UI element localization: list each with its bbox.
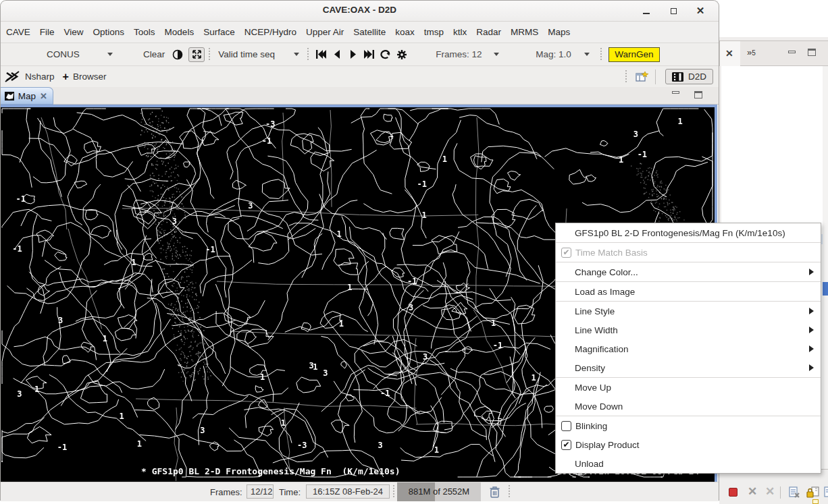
menubar: CAVE File View Options Tools Models Surf… [1, 22, 719, 43]
product-context-menu: GFS1p0 BL 2-D Frontogenesis/Mag Fn (K/m/… [555, 223, 821, 474]
scrollbar[interactable] [823, 66, 828, 478]
maximize-view-icon[interactable] [694, 91, 702, 99]
menu-tools[interactable]: Tools [129, 23, 160, 41]
clear-console-icon[interactable] [788, 486, 800, 499]
submenu-arrow-icon [809, 269, 814, 275]
menu-options[interactable]: Options [88, 23, 130, 41]
menu-item-density[interactable]: Density [556, 358, 821, 377]
menu-item-magnification[interactable]: Magnification [556, 339, 821, 358]
memory-gauge: 881M of 2552M [397, 482, 481, 501]
menu-item-blinking[interactable]: Blinking [556, 416, 821, 435]
minimize-view-icon[interactable] [788, 51, 796, 53]
menu-item-product-title[interactable]: GFS1p0 BL 2-D Frontogenesis/Mag Fn (K/m/… [556, 223, 821, 242]
scale-dropdown[interactable]: CONUS [43, 47, 117, 61]
menu-item-time-match-basis: ✔ Time Match Basis [556, 243, 821, 262]
frames-count-dropdown[interactable]: Frames: 12 [432, 47, 503, 61]
statusbar: Frames: 12/12 Time: 16:15Z 08-Feb-24 881… [1, 482, 719, 501]
remove-all-launches-icon[interactable]: ✕ [765, 484, 775, 499]
menu-maps[interactable]: Maps [543, 23, 575, 41]
minimize-view-icon[interactable] [672, 91, 679, 94]
separator [780, 486, 781, 499]
contrast-icon[interactable] [170, 47, 186, 62]
chevron-down-icon [107, 53, 113, 56]
view-tab-row: Map ✕ [1, 87, 719, 105]
nsharp-button[interactable]: Nsharp [25, 72, 55, 82]
clear-button[interactable]: Clear [138, 47, 170, 61]
menu-ncep-hydro[interactable]: NCEP/Hydro [240, 23, 301, 41]
checkbox-checked-icon[interactable]: ✔ [561, 440, 571, 450]
warngen-button[interactable]: WarnGen [609, 47, 659, 62]
tab-close-icon[interactable]: ✕ [40, 91, 47, 101]
d2d-perspective-button[interactable]: D2D [665, 69, 713, 84]
fullscreen-arrows-icon[interactable] [188, 47, 205, 62]
first-frame-icon[interactable] [313, 47, 329, 62]
menu-item-load-as-image[interactable]: Load as Image [556, 282, 821, 301]
maximize-view-icon[interactable] [808, 49, 816, 56]
tab-overflow-chevron-icon[interactable]: »5 [747, 47, 756, 57]
plus-icon[interactable]: + [55, 71, 73, 83]
submenu-arrow-icon [809, 308, 814, 314]
menu-view[interactable]: View [59, 23, 88, 41]
loop-refresh-icon[interactable] [378, 47, 394, 62]
chevron-down-icon [494, 53, 499, 56]
time-options-gear-icon[interactable] [394, 47, 410, 62]
main-toolbar: CONUS Clear Valid time seq [1, 43, 719, 65]
menu-surface[interactable]: Surface [199, 23, 240, 41]
submenu-arrow-icon [809, 327, 814, 333]
menu-upper-air[interactable]: Upper Air [301, 23, 348, 41]
scroll-lock-icon[interactable] [806, 486, 819, 499]
menu-ktlx[interactable]: ktlx [448, 23, 471, 41]
step-back-icon[interactable] [329, 47, 345, 62]
scrollbar-thumb[interactable] [823, 282, 828, 296]
filmstrip-icon [672, 72, 683, 82]
map-icon [5, 92, 14, 101]
menu-item-change-color[interactable]: Change Color... [556, 262, 821, 281]
menu-file[interactable]: File [35, 23, 59, 41]
checkbox-unchecked-icon[interactable] [561, 421, 571, 431]
menu-satellite[interactable]: Satellite [348, 23, 390, 41]
menu-koax[interactable]: koax [390, 23, 419, 41]
status-chip [812, 499, 819, 504]
window-maximize-icon[interactable] [666, 4, 681, 18]
menu-item-line-style[interactable]: Line Style [556, 302, 821, 320]
chevron-down-icon [584, 53, 590, 56]
chevron-down-icon [294, 53, 299, 56]
tab-map[interactable]: Map ✕ [1, 87, 53, 105]
nsharp-icon[interactable] [5, 70, 20, 83]
window-close-icon[interactable]: ✕ [693, 4, 708, 18]
step-forward-icon[interactable] [345, 47, 361, 62]
menu-item-display-product[interactable]: ✔ Display Product [556, 435, 821, 454]
checkbox-checked-icon: ✔ [561, 248, 571, 258]
menu-item-move-up[interactable]: Move Up [556, 378, 821, 397]
menu-models[interactable]: Models [160, 23, 199, 41]
remove-launch-icon[interactable]: ✕ [748, 484, 757, 499]
close-icon[interactable]: ✕ [725, 48, 733, 59]
window-minimize-icon[interactable] [639, 4, 654, 18]
menu-item-unload[interactable]: Unload [556, 454, 821, 473]
last-frame-icon[interactable] [361, 47, 378, 62]
open-perspective-icon[interactable] [635, 71, 648, 83]
frames-status-label: Frames: [210, 487, 242, 497]
menu-mrms[interactable]: MRMS [506, 23, 543, 41]
terminate-icon[interactable] [729, 488, 738, 497]
submenu-arrow-icon [809, 345, 814, 352]
frames-status-value: 12/12 [247, 484, 274, 499]
trash-icon[interactable] [489, 485, 500, 499]
time-mode-dropdown[interactable]: Valid time seq [214, 47, 303, 61]
background-tabstrip: ✕ »5 [719, 40, 828, 66]
time-status-value: 16:15Z 08-Feb-24 [306, 484, 390, 499]
browser-button[interactable]: Browser [73, 72, 107, 82]
pin-console-icon[interactable] [824, 486, 828, 499]
menu-cave[interactable]: CAVE [1, 23, 35, 41]
console-toolbar: ✕ ✕ [719, 482, 828, 504]
time-status-label: Time: [279, 487, 301, 497]
menu-item-line-width[interactable]: Line Width [556, 320, 821, 339]
menu-item-move-down[interactable]: Move Down [556, 397, 821, 416]
magnification-dropdown[interactable]: Mag: 1.0 [532, 47, 594, 61]
window-title: CAVE:OAX - D2D [1, 5, 719, 15]
map-legend[interactable]: * GFS1p0 BL 2-D Frontogenesis/Mag Fn (K/… [141, 466, 400, 476]
submenu-arrow-icon [809, 364, 814, 371]
menu-radar[interactable]: Radar [471, 23, 506, 41]
titlebar[interactable]: CAVE:OAX - D2D ✕ [1, 1, 719, 22]
menu-tmsp[interactable]: tmsp [419, 23, 448, 41]
